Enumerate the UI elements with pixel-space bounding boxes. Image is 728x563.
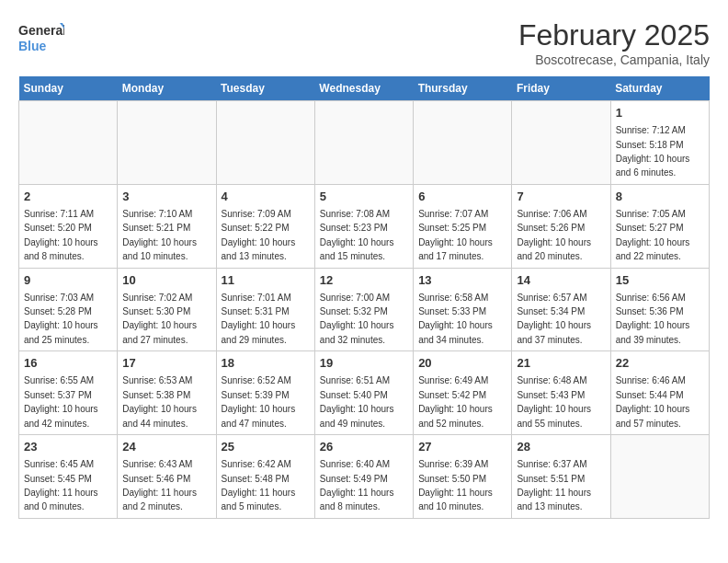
day-info: Sunrise: 6:46 AM Sunset: 5:44 PM Dayligh… (616, 375, 690, 428)
calendar-cell: 5Sunrise: 7:08 AM Sunset: 5:23 PM Daylig… (314, 184, 413, 268)
day-number: 19 (320, 355, 408, 372)
col-header-friday: Friday (512, 76, 610, 101)
logo-svg: General Blue (18, 18, 64, 60)
calendar-cell: 2Sunrise: 7:11 AM Sunset: 5:20 PM Daylig… (19, 184, 118, 268)
calendar-cell: 4Sunrise: 7:09 AM Sunset: 5:22 PM Daylig… (216, 184, 314, 268)
calendar-cell: 26Sunrise: 6:40 AM Sunset: 5:49 PM Dayli… (314, 435, 413, 519)
col-header-saturday: Saturday (610, 76, 709, 101)
day-number: 17 (122, 355, 210, 372)
day-number: 18 (222, 355, 310, 372)
calendar-cell: 10Sunrise: 7:02 AM Sunset: 5:30 PM Dayli… (118, 268, 216, 351)
month-title: February 2025 (518, 18, 710, 52)
day-info: Sunrise: 6:53 AM Sunset: 5:38 PM Dayligh… (122, 375, 197, 428)
calendar-cell: 16Sunrise: 6:55 AM Sunset: 5:37 PM Dayli… (19, 351, 118, 435)
day-number: 23 (24, 439, 112, 455)
calendar-header-row: SundayMondayTuesdayWednesdayThursdayFrid… (19, 76, 710, 101)
day-number: 5 (320, 189, 408, 205)
calendar-cell: 1Sunrise: 7:12 AM Sunset: 5:18 PM Daylig… (610, 101, 709, 185)
calendar-week-2: 2Sunrise: 7:11 AM Sunset: 5:20 PM Daylig… (19, 184, 710, 268)
day-number: 2 (24, 189, 112, 205)
day-info: Sunrise: 7:01 AM Sunset: 5:31 PM Dayligh… (222, 293, 296, 345)
calendar-cell: 3Sunrise: 7:10 AM Sunset: 5:21 PM Daylig… (118, 184, 216, 268)
day-info: Sunrise: 7:07 AM Sunset: 5:25 PM Dayligh… (418, 209, 493, 261)
calendar-table: SundayMondayTuesdayWednesdayThursdayFrid… (18, 76, 710, 519)
day-number: 6 (418, 189, 506, 205)
day-number: 28 (517, 439, 605, 455)
day-number: 22 (616, 355, 704, 372)
day-number: 15 (616, 272, 704, 289)
calendar-week-1: 1Sunrise: 7:12 AM Sunset: 5:18 PM Daylig… (19, 101, 710, 185)
calendar-cell: 17Sunrise: 6:53 AM Sunset: 5:38 PM Dayli… (118, 351, 216, 435)
day-number: 20 (418, 355, 506, 372)
day-info: Sunrise: 6:52 AM Sunset: 5:39 PM Dayligh… (222, 375, 296, 428)
day-info: Sunrise: 6:58 AM Sunset: 5:33 PM Dayligh… (418, 293, 493, 345)
day-number: 4 (222, 189, 310, 205)
day-info: Sunrise: 6:45 AM Sunset: 5:45 PM Dayligh… (24, 459, 98, 511)
col-header-thursday: Thursday (414, 76, 512, 101)
logo: General Blue (18, 18, 64, 60)
calendar-cell: 8Sunrise: 7:05 AM Sunset: 5:27 PM Daylig… (610, 184, 709, 268)
calendar-cell: 28Sunrise: 6:37 AM Sunset: 5:51 PM Dayli… (512, 435, 610, 519)
calendar-week-4: 16Sunrise: 6:55 AM Sunset: 5:37 PM Dayli… (19, 351, 710, 435)
calendar-cell: 13Sunrise: 6:58 AM Sunset: 5:33 PM Dayli… (414, 268, 512, 351)
calendar-cell (414, 101, 512, 185)
calendar-week-5: 23Sunrise: 6:45 AM Sunset: 5:45 PM Dayli… (19, 435, 710, 519)
calendar-week-3: 9Sunrise: 7:03 AM Sunset: 5:28 PM Daylig… (19, 268, 710, 351)
day-number: 16 (24, 355, 112, 372)
day-number: 3 (122, 189, 210, 205)
calendar-cell (512, 101, 610, 185)
day-number: 13 (418, 272, 506, 289)
calendar-cell (216, 101, 314, 185)
day-info: Sunrise: 6:48 AM Sunset: 5:43 PM Dayligh… (517, 375, 591, 428)
calendar-cell (610, 435, 709, 519)
day-info: Sunrise: 7:08 AM Sunset: 5:23 PM Dayligh… (320, 209, 394, 261)
col-header-sunday: Sunday (19, 76, 118, 101)
day-number: 25 (222, 439, 310, 455)
day-number: 7 (517, 189, 605, 205)
calendar-cell: 14Sunrise: 6:57 AM Sunset: 5:34 PM Dayli… (512, 268, 610, 351)
col-header-wednesday: Wednesday (314, 76, 413, 101)
calendar-cell: 21Sunrise: 6:48 AM Sunset: 5:43 PM Dayli… (512, 351, 610, 435)
calendar-cell: 18Sunrise: 6:52 AM Sunset: 5:39 PM Dayli… (216, 351, 314, 435)
svg-text:Blue: Blue (18, 39, 47, 53)
day-info: Sunrise: 6:42 AM Sunset: 5:48 PM Dayligh… (222, 459, 296, 511)
calendar-cell: 24Sunrise: 6:43 AM Sunset: 5:46 PM Dayli… (118, 435, 216, 519)
page-header: General Blue February 2025 Boscotrecase,… (18, 18, 710, 67)
day-number: 9 (24, 272, 112, 289)
calendar-cell: 20Sunrise: 6:49 AM Sunset: 5:42 PM Dayli… (414, 351, 512, 435)
calendar-cell: 23Sunrise: 6:45 AM Sunset: 5:45 PM Dayli… (19, 435, 118, 519)
day-number: 12 (320, 272, 408, 289)
day-number: 1 (616, 105, 704, 121)
calendar-cell (19, 101, 118, 185)
svg-text:General: General (18, 23, 64, 38)
calendar-cell: 6Sunrise: 7:07 AM Sunset: 5:25 PM Daylig… (414, 184, 512, 268)
day-number: 10 (122, 272, 210, 289)
calendar-cell (118, 101, 216, 185)
day-info: Sunrise: 6:40 AM Sunset: 5:49 PM Dayligh… (320, 459, 394, 511)
day-info: Sunrise: 6:57 AM Sunset: 5:34 PM Dayligh… (517, 293, 591, 345)
day-number: 11 (222, 272, 310, 289)
day-info: Sunrise: 6:55 AM Sunset: 5:37 PM Dayligh… (24, 375, 98, 428)
day-info: Sunrise: 6:56 AM Sunset: 5:36 PM Dayligh… (616, 293, 690, 345)
calendar-cell: 25Sunrise: 6:42 AM Sunset: 5:48 PM Dayli… (216, 435, 314, 519)
day-info: Sunrise: 7:10 AM Sunset: 5:21 PM Dayligh… (122, 209, 197, 261)
day-info: Sunrise: 6:39 AM Sunset: 5:50 PM Dayligh… (418, 459, 493, 511)
day-info: Sunrise: 6:37 AM Sunset: 5:51 PM Dayligh… (517, 459, 591, 511)
col-header-monday: Monday (118, 76, 216, 101)
day-info: Sunrise: 7:02 AM Sunset: 5:30 PM Dayligh… (122, 293, 197, 345)
calendar-cell: 9Sunrise: 7:03 AM Sunset: 5:28 PM Daylig… (19, 268, 118, 351)
day-info: Sunrise: 7:09 AM Sunset: 5:22 PM Dayligh… (222, 209, 296, 261)
day-info: Sunrise: 7:12 AM Sunset: 5:18 PM Dayligh… (616, 125, 690, 178)
calendar-cell: 11Sunrise: 7:01 AM Sunset: 5:31 PM Dayli… (216, 268, 314, 351)
day-number: 26 (320, 439, 408, 455)
day-info: Sunrise: 6:49 AM Sunset: 5:42 PM Dayligh… (418, 375, 493, 428)
col-header-tuesday: Tuesday (216, 76, 314, 101)
title-area: February 2025 Boscotrecase, Campania, It… (518, 18, 710, 67)
day-info: Sunrise: 7:00 AM Sunset: 5:32 PM Dayligh… (320, 293, 394, 345)
day-info: Sunrise: 6:51 AM Sunset: 5:40 PM Dayligh… (320, 375, 394, 428)
calendar-cell: 27Sunrise: 6:39 AM Sunset: 5:50 PM Dayli… (414, 435, 512, 519)
location-subtitle: Boscotrecase, Campania, Italy (518, 52, 710, 67)
day-info: Sunrise: 6:43 AM Sunset: 5:46 PM Dayligh… (122, 459, 197, 511)
calendar-cell: 15Sunrise: 6:56 AM Sunset: 5:36 PM Dayli… (610, 268, 709, 351)
calendar-cell: 12Sunrise: 7:00 AM Sunset: 5:32 PM Dayli… (314, 268, 413, 351)
